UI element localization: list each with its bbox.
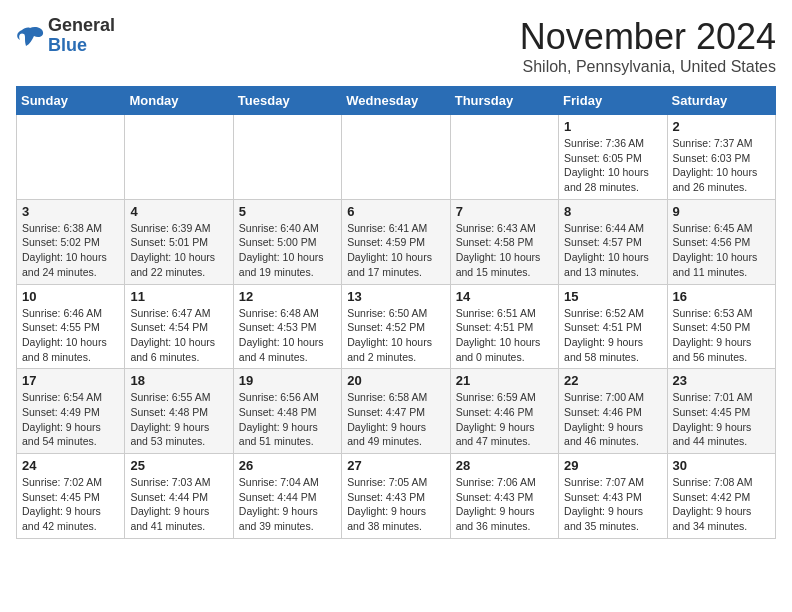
calendar-week-3: 10Sunrise: 6:46 AMSunset: 4:55 PMDayligh…: [17, 284, 776, 369]
calendar-week-4: 17Sunrise: 6:54 AMSunset: 4:49 PMDayligh…: [17, 369, 776, 454]
day-info: Sunrise: 7:37 AMSunset: 6:03 PMDaylight:…: [673, 136, 770, 195]
calendar-cell: 19Sunrise: 6:56 AMSunset: 4:48 PMDayligh…: [233, 369, 341, 454]
day-number: 13: [347, 289, 444, 304]
day-number: 16: [673, 289, 770, 304]
day-number: 11: [130, 289, 227, 304]
weekday-header-friday: Friday: [559, 87, 667, 115]
day-info: Sunrise: 6:50 AMSunset: 4:52 PMDaylight:…: [347, 306, 444, 365]
day-number: 9: [673, 204, 770, 219]
day-number: 5: [239, 204, 336, 219]
day-number: 1: [564, 119, 661, 134]
day-number: 17: [22, 373, 119, 388]
calendar-cell: 25Sunrise: 7:03 AMSunset: 4:44 PMDayligh…: [125, 454, 233, 539]
calendar-cell: 11Sunrise: 6:47 AMSunset: 4:54 PMDayligh…: [125, 284, 233, 369]
day-info: Sunrise: 6:45 AMSunset: 4:56 PMDaylight:…: [673, 221, 770, 280]
calendar-cell: [342, 115, 450, 200]
calendar-cell: [125, 115, 233, 200]
day-info: Sunrise: 6:44 AMSunset: 4:57 PMDaylight:…: [564, 221, 661, 280]
weekday-header-row: SundayMondayTuesdayWednesdayThursdayFrid…: [17, 87, 776, 115]
day-number: 8: [564, 204, 661, 219]
day-info: Sunrise: 6:51 AMSunset: 4:51 PMDaylight:…: [456, 306, 553, 365]
day-number: 7: [456, 204, 553, 219]
day-number: 12: [239, 289, 336, 304]
calendar-cell: 15Sunrise: 6:52 AMSunset: 4:51 PMDayligh…: [559, 284, 667, 369]
calendar-cell: 6Sunrise: 6:41 AMSunset: 4:59 PMDaylight…: [342, 199, 450, 284]
weekday-header-monday: Monday: [125, 87, 233, 115]
calendar-cell: 2Sunrise: 7:37 AMSunset: 6:03 PMDaylight…: [667, 115, 775, 200]
calendar-cell: 22Sunrise: 7:00 AMSunset: 4:46 PMDayligh…: [559, 369, 667, 454]
day-info: Sunrise: 6:39 AMSunset: 5:01 PMDaylight:…: [130, 221, 227, 280]
calendar-cell: [17, 115, 125, 200]
calendar-cell: 4Sunrise: 6:39 AMSunset: 5:01 PMDaylight…: [125, 199, 233, 284]
weekday-header-saturday: Saturday: [667, 87, 775, 115]
day-info: Sunrise: 6:46 AMSunset: 4:55 PMDaylight:…: [22, 306, 119, 365]
location: Shiloh, Pennsylvania, United States: [520, 58, 776, 76]
calendar-cell: 5Sunrise: 6:40 AMSunset: 5:00 PMDaylight…: [233, 199, 341, 284]
day-number: 14: [456, 289, 553, 304]
day-number: 29: [564, 458, 661, 473]
day-info: Sunrise: 6:58 AMSunset: 4:47 PMDaylight:…: [347, 390, 444, 449]
calendar-cell: 14Sunrise: 6:51 AMSunset: 4:51 PMDayligh…: [450, 284, 558, 369]
day-number: 19: [239, 373, 336, 388]
day-number: 10: [22, 289, 119, 304]
weekday-header-thursday: Thursday: [450, 87, 558, 115]
calendar-table: SundayMondayTuesdayWednesdayThursdayFrid…: [16, 86, 776, 539]
calendar-cell: 30Sunrise: 7:08 AMSunset: 4:42 PMDayligh…: [667, 454, 775, 539]
day-number: 27: [347, 458, 444, 473]
day-number: 18: [130, 373, 227, 388]
day-info: Sunrise: 7:05 AMSunset: 4:43 PMDaylight:…: [347, 475, 444, 534]
calendar-cell: 21Sunrise: 6:59 AMSunset: 4:46 PMDayligh…: [450, 369, 558, 454]
day-info: Sunrise: 6:53 AMSunset: 4:50 PMDaylight:…: [673, 306, 770, 365]
calendar-cell: 18Sunrise: 6:55 AMSunset: 4:48 PMDayligh…: [125, 369, 233, 454]
day-info: Sunrise: 6:41 AMSunset: 4:59 PMDaylight:…: [347, 221, 444, 280]
day-info: Sunrise: 7:08 AMSunset: 4:42 PMDaylight:…: [673, 475, 770, 534]
day-number: 21: [456, 373, 553, 388]
day-info: Sunrise: 7:06 AMSunset: 4:43 PMDaylight:…: [456, 475, 553, 534]
calendar-cell: 26Sunrise: 7:04 AMSunset: 4:44 PMDayligh…: [233, 454, 341, 539]
day-number: 15: [564, 289, 661, 304]
day-number: 2: [673, 119, 770, 134]
day-number: 3: [22, 204, 119, 219]
logo-icon: [16, 24, 44, 48]
weekday-header-tuesday: Tuesday: [233, 87, 341, 115]
day-number: 22: [564, 373, 661, 388]
logo: General Blue: [16, 16, 115, 56]
weekday-header-wednesday: Wednesday: [342, 87, 450, 115]
day-info: Sunrise: 6:55 AMSunset: 4:48 PMDaylight:…: [130, 390, 227, 449]
day-info: Sunrise: 7:36 AMSunset: 6:05 PMDaylight:…: [564, 136, 661, 195]
calendar-cell: 3Sunrise: 6:38 AMSunset: 5:02 PMDaylight…: [17, 199, 125, 284]
calendar-cell: [450, 115, 558, 200]
day-number: 26: [239, 458, 336, 473]
calendar-cell: 20Sunrise: 6:58 AMSunset: 4:47 PMDayligh…: [342, 369, 450, 454]
day-info: Sunrise: 6:56 AMSunset: 4:48 PMDaylight:…: [239, 390, 336, 449]
calendar-cell: 13Sunrise: 6:50 AMSunset: 4:52 PMDayligh…: [342, 284, 450, 369]
calendar-cell: 24Sunrise: 7:02 AMSunset: 4:45 PMDayligh…: [17, 454, 125, 539]
day-number: 4: [130, 204, 227, 219]
day-info: Sunrise: 6:40 AMSunset: 5:00 PMDaylight:…: [239, 221, 336, 280]
day-info: Sunrise: 6:48 AMSunset: 4:53 PMDaylight:…: [239, 306, 336, 365]
title-block: November 2024 Shiloh, Pennsylvania, Unit…: [520, 16, 776, 76]
calendar-cell: 8Sunrise: 6:44 AMSunset: 4:57 PMDaylight…: [559, 199, 667, 284]
month-title: November 2024: [520, 16, 776, 58]
day-number: 25: [130, 458, 227, 473]
day-info: Sunrise: 7:00 AMSunset: 4:46 PMDaylight:…: [564, 390, 661, 449]
weekday-header-sunday: Sunday: [17, 87, 125, 115]
day-info: Sunrise: 7:01 AMSunset: 4:45 PMDaylight:…: [673, 390, 770, 449]
day-info: Sunrise: 6:43 AMSunset: 4:58 PMDaylight:…: [456, 221, 553, 280]
calendar-cell: 9Sunrise: 6:45 AMSunset: 4:56 PMDaylight…: [667, 199, 775, 284]
day-info: Sunrise: 6:38 AMSunset: 5:02 PMDaylight:…: [22, 221, 119, 280]
calendar-week-2: 3Sunrise: 6:38 AMSunset: 5:02 PMDaylight…: [17, 199, 776, 284]
calendar-cell: 23Sunrise: 7:01 AMSunset: 4:45 PMDayligh…: [667, 369, 775, 454]
calendar-cell: 10Sunrise: 6:46 AMSunset: 4:55 PMDayligh…: [17, 284, 125, 369]
day-info: Sunrise: 7:04 AMSunset: 4:44 PMDaylight:…: [239, 475, 336, 534]
day-number: 23: [673, 373, 770, 388]
calendar-cell: 16Sunrise: 6:53 AMSunset: 4:50 PMDayligh…: [667, 284, 775, 369]
day-info: Sunrise: 6:47 AMSunset: 4:54 PMDaylight:…: [130, 306, 227, 365]
calendar-cell: 7Sunrise: 6:43 AMSunset: 4:58 PMDaylight…: [450, 199, 558, 284]
day-number: 20: [347, 373, 444, 388]
day-number: 24: [22, 458, 119, 473]
calendar-cell: 29Sunrise: 7:07 AMSunset: 4:43 PMDayligh…: [559, 454, 667, 539]
calendar-cell: 28Sunrise: 7:06 AMSunset: 4:43 PMDayligh…: [450, 454, 558, 539]
calendar-cell: 27Sunrise: 7:05 AMSunset: 4:43 PMDayligh…: [342, 454, 450, 539]
day-info: Sunrise: 6:52 AMSunset: 4:51 PMDaylight:…: [564, 306, 661, 365]
